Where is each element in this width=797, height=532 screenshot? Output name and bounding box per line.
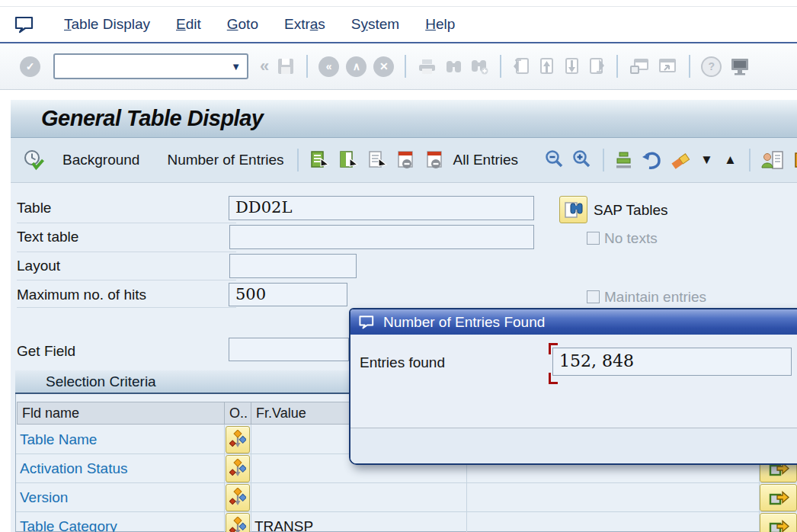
text-table-input[interactable]: [229, 225, 534, 249]
print-icon[interactable]: [417, 57, 437, 75]
sap-screen-icon: [14, 14, 37, 34]
field-link[interactable]: Table Category: [20, 518, 117, 532]
last-page-icon[interactable]: [587, 56, 606, 76]
no-texts-checkbox[interactable]: [587, 232, 600, 245]
text-table-label: Text table: [17, 229, 78, 245]
window-top-strip: [0, 0, 797, 7]
get-field-input[interactable]: [229, 338, 349, 361]
max-hits-input[interactable]: 500: [229, 283, 347, 306]
clear-icon[interactable]: [669, 149, 692, 171]
exit-icon[interactable]: ∧: [346, 56, 366, 77]
application-toolbar: Background Number of Entries All Entries: [11, 138, 797, 183]
collapse-icon[interactable]: «: [260, 56, 269, 76]
no-texts-label: No texts: [604, 230, 658, 247]
menu-help[interactable]: Help: [425, 16, 455, 33]
selection-row-version: Version: [16, 483, 797, 512]
toolbar-separator: [500, 55, 501, 78]
field-link[interactable]: Activation Status: [20, 460, 128, 477]
dialog-button-strip: [350, 428, 797, 465]
back-icon[interactable]: «: [318, 56, 339, 77]
more-functions-icon[interactable]: [791, 149, 797, 171]
maintain-entries-checkbox[interactable]: [587, 290, 600, 303]
enter-icon[interactable]: ✓: [20, 56, 40, 77]
sap-gui-window: Table Display Edit Goto Extras System He…: [0, 0, 797, 532]
selection-options-button[interactable]: [226, 455, 250, 482]
sort-descending-icon[interactable]: ▼: [698, 152, 715, 168]
save-list-icon[interactable]: [338, 149, 360, 171]
form-row-divider: [17, 307, 236, 308]
selection-options-button[interactable]: [226, 513, 250, 532]
check-entries-icon[interactable]: [614, 149, 634, 171]
number-of-entries-button[interactable]: Number of Entries: [164, 150, 286, 170]
page-down-icon[interactable]: [562, 56, 581, 76]
layout-input[interactable]: [229, 254, 357, 278]
menu-extras[interactable]: Extras: [284, 16, 325, 33]
entries-found-value[interactable]: 152, 848: [552, 348, 792, 376]
delete-criteria-icon[interactable]: [424, 149, 447, 171]
fr-value-cell[interactable]: TRANSP: [254, 518, 313, 532]
sort-ascending-icon[interactable]: ▲: [722, 152, 739, 168]
header-gap: [0, 90, 797, 99]
layout-label: Layout: [17, 258, 60, 274]
dialog-screen-icon: [358, 314, 376, 330]
form-row-divider: [17, 280, 236, 280]
toolbar-separator: [689, 55, 690, 78]
field-focus-mark: [549, 343, 558, 354]
table-input[interactable]: DD02L: [229, 196, 534, 220]
dialog-title: Number of Entries Found: [383, 314, 545, 331]
menu-system[interactable]: System: [351, 16, 399, 33]
first-page-icon[interactable]: [512, 56, 530, 76]
command-field[interactable]: [55, 57, 225, 75]
find-tables-icon: [563, 199, 584, 220]
zoom-out-icon[interactable]: [544, 149, 565, 171]
command-dropdown-icon[interactable]: ▼: [225, 61, 247, 72]
toolbar-separator: [306, 55, 308, 78]
customize-layout-icon[interactable]: [728, 56, 751, 76]
entries-found-dialog: Number of Entries Found Entries found 15…: [349, 308, 797, 465]
left-margin: [0, 99, 11, 532]
zoom-in-icon[interactable]: [571, 149, 593, 171]
menu-goto[interactable]: Goto: [227, 16, 258, 33]
user-parameters-icon[interactable]: [760, 149, 785, 171]
selection-options-icon: [229, 430, 246, 450]
sap-tables-label: SAP Tables: [594, 202, 668, 219]
multiple-selection-button[interactable]: [760, 513, 797, 532]
selection-criteria-title: Selection Criteria: [15, 373, 156, 390]
command-field-wrap: ▼: [53, 53, 248, 79]
column-header-fld-name: Fld name: [17, 402, 225, 425]
form-row-divider: [17, 223, 236, 223]
field-focus-mark: [549, 373, 558, 384]
find-icon[interactable]: [444, 58, 463, 75]
table-contents-icon[interactable]: [366, 149, 389, 171]
maintain-entries-label: Maintain entries: [604, 289, 706, 306]
execute-icon[interactable]: [23, 149, 46, 171]
toolbar-separator: [616, 55, 618, 78]
find-next-icon[interactable]: [470, 58, 489, 75]
selection-options-button[interactable]: [226, 426, 250, 453]
dialog-title-bar[interactable]: Number of Entries Found: [350, 309, 797, 335]
save-icon[interactable]: [276, 56, 296, 76]
multiple-selection-button[interactable]: [760, 484, 797, 511]
selection-options-button[interactable]: [226, 484, 250, 511]
title-band: General Table Display: [11, 99, 797, 138]
toolbar-separator: [603, 149, 604, 171]
new-session-icon[interactable]: [629, 57, 650, 75]
field-link[interactable]: Version: [20, 489, 68, 506]
menu-edit[interactable]: Edit: [176, 16, 201, 33]
sap-tables-button[interactable]: [559, 196, 587, 223]
undo-icon[interactable]: [640, 149, 663, 171]
exclude-criteria-icon[interactable]: [395, 149, 418, 171]
cancel-icon[interactable]: ✕: [373, 56, 394, 77]
column-header-option: O..: [224, 402, 251, 425]
table-label: Table: [17, 200, 51, 216]
toolbar-separator: [405, 55, 406, 78]
menu-table-display[interactable]: Table Display: [64, 16, 150, 33]
choose-fields-icon[interactable]: [309, 149, 331, 171]
help-icon[interactable]: ?: [701, 56, 722, 77]
field-link[interactable]: Table Name: [20, 431, 97, 448]
all-entries-button[interactable]: All Entries: [450, 150, 522, 170]
background-button[interactable]: Background: [59, 150, 142, 170]
create-shortcut-icon[interactable]: [657, 57, 678, 75]
entries-found-label: Entries found: [360, 354, 445, 371]
page-up-icon[interactable]: [537, 56, 555, 76]
